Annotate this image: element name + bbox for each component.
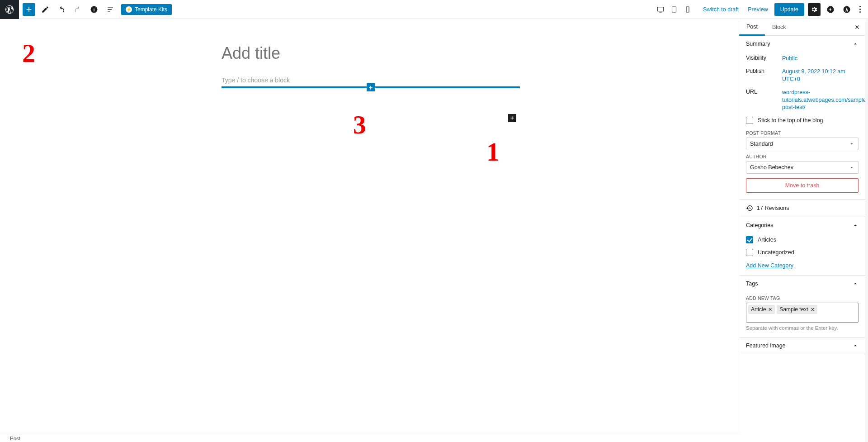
chevron-up-icon [852,280,859,287]
chevron-down-icon [849,141,854,147]
stick-label: Stick to the top of the blog [758,117,823,124]
tools-button[interactable] [39,3,52,16]
list-icon [106,5,114,14]
astra-icon [843,5,851,14]
url-value[interactable]: wordpress-tutorials.atwebpages.com/sampl… [782,89,865,112]
category-checkbox-uncategorized[interactable] [746,249,753,256]
revisions-label: 17 Revisions [757,205,789,211]
dot-icon [859,11,861,13]
seo-panel-button[interactable] [824,3,837,16]
top-toolbar: ⚡ Template Kits Switch to draft Preview … [0,0,868,19]
history-icon [746,204,753,212]
author-select[interactable]: Gosho Bebechev [746,161,859,174]
mobile-icon [684,5,692,14]
tag-chip-label: Sample text [779,306,808,313]
author-label: AUTHOR [746,154,859,159]
breadcrumb-label: Post [10,436,20,441]
post-format-select[interactable]: Standard [746,138,859,150]
settings-sidebar: Post Block Summary Visibility Public Pub… [739,19,865,442]
astra-panel-button[interactable] [840,3,853,16]
revisions-row[interactable]: 17 Revisions [739,200,865,217]
settings-toggle-button[interactable] [808,3,821,16]
panel-featured-image-header[interactable]: Featured image [739,337,865,354]
author-value: Gosho Bebechev [750,164,793,171]
panel-categories: Categories Articles Uncategorized Add Ne… [739,217,865,276]
panel-tags: Tags ADD NEW TAG Article ✕ Sample text ✕… [739,276,865,337]
move-to-trash-button[interactable]: Move to trash [746,178,859,193]
paragraph-add-block-button[interactable]: ＋ [508,114,516,122]
svg-rect-0 [657,7,664,11]
panel-categories-header[interactable]: Categories [739,217,865,233]
panel-featured-image-title: Featured image [746,342,786,349]
category-label: Uncategorized [758,249,794,256]
panel-categories-body: Articles Uncategorized Add New Category [739,233,865,275]
update-button[interactable]: Update [774,3,804,16]
category-row-uncategorized: Uncategorized [746,246,859,259]
visibility-row: Visibility Public [746,52,859,65]
category-row-articles: Articles [746,233,859,246]
details-button[interactable] [88,3,100,16]
panel-summary-header[interactable]: Summary [739,36,865,52]
tag-chip-label: Article [751,306,766,313]
post-format-label: POST FORMAT [746,130,859,136]
chevron-down-icon [849,165,854,170]
info-icon [90,5,98,14]
tab-block[interactable]: Block [765,19,793,35]
annotation-3: 3 [353,109,366,140]
annotation-1: 1 [486,137,500,167]
publish-row: Publish August 9, 2022 10:12 am UTC+0 [746,65,859,86]
panel-summary-title: Summary [746,41,770,47]
redo-icon [74,5,82,14]
desktop-view-button[interactable] [656,5,665,14]
tags-hint: Separate with commas or the Enter key. [746,325,859,331]
kits-bolt-icon: ⚡ [126,6,132,13]
add-block-button[interactable] [23,3,35,16]
options-menu-button[interactable] [857,4,863,14]
visibility-label: Visibility [746,55,782,61]
close-icon [854,24,860,30]
category-checkbox-articles[interactable] [746,236,753,243]
tablet-view-button[interactable] [670,5,679,14]
add-category-link[interactable]: Add New Category [746,262,793,269]
tags-input[interactable]: Article ✕ Sample text ✕ [746,303,859,323]
block-insert-line: ＋ [222,86,520,88]
topbar-right-group: Switch to draft Preview Update [656,0,868,19]
visibility-value[interactable]: Public [782,55,859,62]
switch-to-draft-button[interactable]: Switch to draft [700,5,741,14]
plus-icon [25,5,33,14]
wordpress-logo[interactable] [0,0,19,19]
mobile-view-button[interactable] [683,5,692,14]
panel-summary-body: Visibility Public Publish August 9, 2022… [739,52,865,199]
template-kits-label: Template Kits [135,6,167,13]
panel-tags-header[interactable]: Tags [739,276,865,292]
editor-canvas-area: 2 Add title Type / to choose a block ＋ 3… [0,19,741,434]
publish-value[interactable]: August 9, 2022 10:12 am UTC+0 [782,68,859,83]
dot-icon [859,9,861,10]
tag-chip: Sample text ✕ [777,305,817,314]
annotation-2: 2 [22,38,35,68]
add-tag-label: ADD NEW TAG [746,295,859,301]
wordpress-icon [5,5,14,14]
redo-button[interactable] [71,3,84,16]
outline-button[interactable] [104,3,117,16]
tag-remove-button[interactable]: ✕ [811,307,815,313]
url-row: URL wordpress-tutorials.atwebpages.com/s… [746,86,859,114]
preview-button[interactable]: Preview [745,5,770,14]
url-label: URL [746,89,782,95]
template-kits-button[interactable]: ⚡ Template Kits [121,4,172,15]
pencil-icon [41,5,49,14]
topbar-left-group: ⚡ Template Kits [0,0,172,19]
inline-add-block-button[interactable]: ＋ [367,83,375,91]
post-canvas: Add title Type / to choose a block ＋ 3 1… [222,44,520,88]
panel-featured-image: Featured image [739,337,865,354]
tab-post[interactable]: Post [739,19,765,36]
block-placeholder-text[interactable]: Type / to choose a block [222,76,520,84]
post-title-input[interactable]: Add title [222,44,520,63]
editor-breadcrumb[interactable]: Post [0,434,741,442]
tag-remove-button[interactable]: ✕ [768,307,772,313]
stick-checkbox[interactable] [746,117,753,124]
chevron-up-icon [852,222,859,228]
close-sidebar-button[interactable] [853,23,862,32]
sidebar-tabs: Post Block [739,19,865,36]
undo-button[interactable] [55,3,68,16]
